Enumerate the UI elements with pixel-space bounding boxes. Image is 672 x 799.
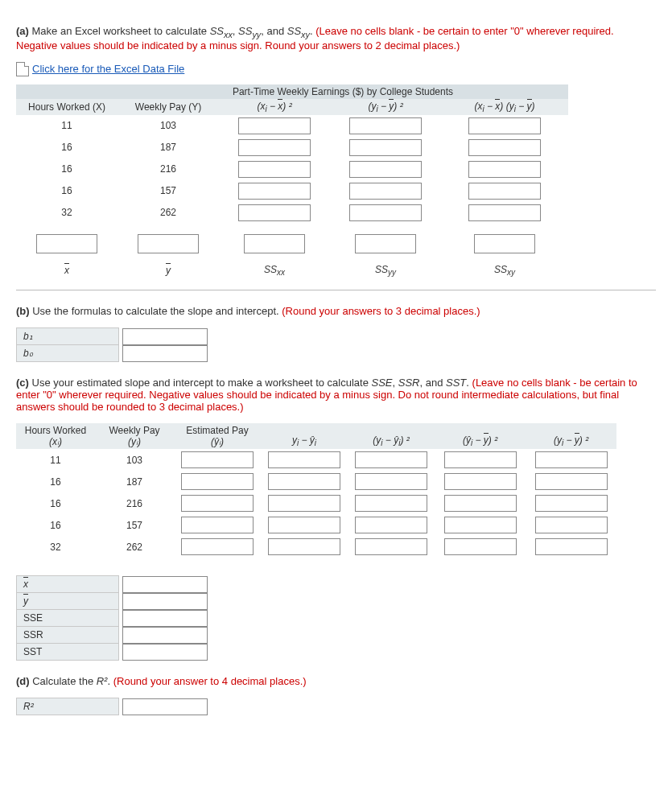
excel-data-file-link[interactable]: Click here for the Excel Data File <box>32 63 184 75</box>
input-a-xx-4[interactable] <box>238 183 311 200</box>
ssyy-label: SSyy <box>330 256 441 278</box>
input-c-ybar[interactable] <box>122 593 208 610</box>
table-b: b₁ b₀ <box>16 327 212 362</box>
input-c-sst[interactable] <box>122 644 208 661</box>
table-row: 11 103 <box>16 115 568 137</box>
input-xbar[interactable] <box>36 234 97 253</box>
input-c-sse-4[interactable] <box>355 517 427 533</box>
input-c-sst-2[interactable] <box>535 473 608 490</box>
input-c-yhat-1[interactable] <box>181 451 254 468</box>
input-c-sse-5[interactable] <box>355 538 427 555</box>
input-c-res-4[interactable] <box>268 517 340 533</box>
table-row: b₀ <box>17 345 212 362</box>
input-c-ssr-2[interactable] <box>444 473 517 490</box>
col-c-y-header: Weekly Pay(yᵢ) <box>95 423 174 449</box>
part-c-prompt: (c) Use your estimated slope and interce… <box>16 377 656 413</box>
input-a-yy-3[interactable] <box>349 161 422 178</box>
col-y-header: Weekly Pay (Y) <box>117 99 219 115</box>
input-c-yhat-2[interactable] <box>181 473 254 490</box>
input-b0[interactable] <box>122 345 208 362</box>
ssr-label: SSR <box>17 627 119 644</box>
input-c-sst-1[interactable] <box>535 451 608 468</box>
input-c-res-2[interactable] <box>268 473 340 490</box>
table-row: 32 262 <box>16 536 616 558</box>
ybar-c-label: y <box>17 593 119 610</box>
input-a-yy-5[interactable] <box>349 204 422 221</box>
part-d: (d) Calculate the R². (Round your answer… <box>16 675 656 715</box>
input-c-yhat-5[interactable] <box>181 538 254 555</box>
part-c: (c) Use your estimated slope and interce… <box>16 377 656 661</box>
ybar-label: y <box>117 256 219 278</box>
table-row: 16 216 <box>16 492 616 514</box>
input-c-yhat-3[interactable] <box>181 495 254 512</box>
ssxx-label: SSxx <box>219 256 330 278</box>
input-c-sst-4[interactable] <box>535 517 608 533</box>
table-row: SST <box>17 644 212 661</box>
input-ybar[interactable] <box>138 234 199 253</box>
input-c-sst-5[interactable] <box>535 538 608 555</box>
table-row: SSR <box>17 627 212 644</box>
table-row: x <box>17 576 212 593</box>
col-c-sst-header: (yi − y) ² <box>526 423 616 449</box>
input-c-sse-2[interactable] <box>355 473 427 490</box>
sst-label: SST <box>17 644 119 661</box>
col-x-header: Hours Worked (X) <box>16 99 117 115</box>
input-c-res-3[interactable] <box>268 495 340 512</box>
table-row: 16 187 <box>16 137 568 159</box>
input-a-xx-1[interactable] <box>238 117 311 134</box>
input-c-ssr-5[interactable] <box>444 538 517 555</box>
table-c-summary: x y SSE SSR SST <box>16 575 212 661</box>
input-a-xy-2[interactable] <box>468 139 541 156</box>
input-c-ssr-1[interactable] <box>444 451 517 468</box>
input-a-yy-2[interactable] <box>349 139 422 156</box>
input-c-xbar[interactable] <box>122 576 208 593</box>
excel-file-link-row: Click here for the Excel Data File <box>16 62 656 76</box>
divider <box>16 290 656 290</box>
part-a-prompt: (a) Make an Excel worksheet to calculate… <box>16 25 656 51</box>
input-c-sse[interactable] <box>122 610 208 627</box>
input-c-res-5[interactable] <box>268 538 340 555</box>
input-c-ssr[interactable] <box>122 627 208 644</box>
table-row: SSE <box>17 610 212 627</box>
input-a-xy-1[interactable] <box>468 117 541 134</box>
input-ssxy[interactable] <box>474 234 535 253</box>
col-xx-header: (xi − x) ² <box>219 99 330 115</box>
table-row: 16 187 <box>16 471 616 492</box>
input-a-xy-3[interactable] <box>468 161 541 178</box>
input-c-ssr-4[interactable] <box>444 517 517 533</box>
input-c-yhat-4[interactable] <box>181 517 254 533</box>
table-row: 16 157 <box>16 180 568 202</box>
document-icon <box>16 62 29 76</box>
col-c-yhat-header: Estimated Pay(ŷᵢ) <box>174 423 261 449</box>
part-b: (b) Use the formulas to calculate the sl… <box>16 305 656 362</box>
input-a-xx-3[interactable] <box>238 161 311 178</box>
input-c-sse-1[interactable] <box>355 451 427 468</box>
col-c-ssr-header: (ŷi − y) ² <box>435 423 526 449</box>
input-c-ssr-3[interactable] <box>444 495 517 512</box>
table-a-title: Part-Time Weekly Earnings ($) by College… <box>117 84 568 99</box>
input-c-res-1[interactable] <box>268 451 340 468</box>
input-r2[interactable] <box>122 698 208 715</box>
ssxy-label: SSxy <box>441 256 568 278</box>
input-c-sse-3[interactable] <box>355 495 427 512</box>
part-b-prompt: (b) Use the formulas to calculate the sl… <box>16 305 656 317</box>
input-c-sst-3[interactable] <box>535 495 608 512</box>
table-row: b₁ <box>17 328 212 345</box>
input-a-xx-2[interactable] <box>238 139 311 156</box>
input-a-xy-5[interactable] <box>468 204 541 221</box>
table-d: R² <box>16 698 211 715</box>
b0-label: b₀ <box>17 345 119 362</box>
input-ssxx[interactable] <box>244 234 305 253</box>
part-a-label: (a) <box>16 25 29 37</box>
table-row: 11 103 <box>16 449 616 471</box>
input-a-yy-4[interactable] <box>349 183 422 200</box>
input-a-xx-5[interactable] <box>238 204 311 221</box>
input-a-yy-1[interactable] <box>349 117 422 134</box>
input-b1[interactable] <box>122 328 208 345</box>
sse-label: SSE <box>17 610 119 627</box>
input-ssyy[interactable] <box>355 234 416 253</box>
input-a-xy-4[interactable] <box>468 183 541 200</box>
part-d-prompt: (d) Calculate the R². (Round your answer… <box>16 675 656 687</box>
col-yy-header: (yi − y) ² <box>330 99 441 115</box>
col-c-x-header: Hours Worked(xᵢ) <box>16 423 95 449</box>
